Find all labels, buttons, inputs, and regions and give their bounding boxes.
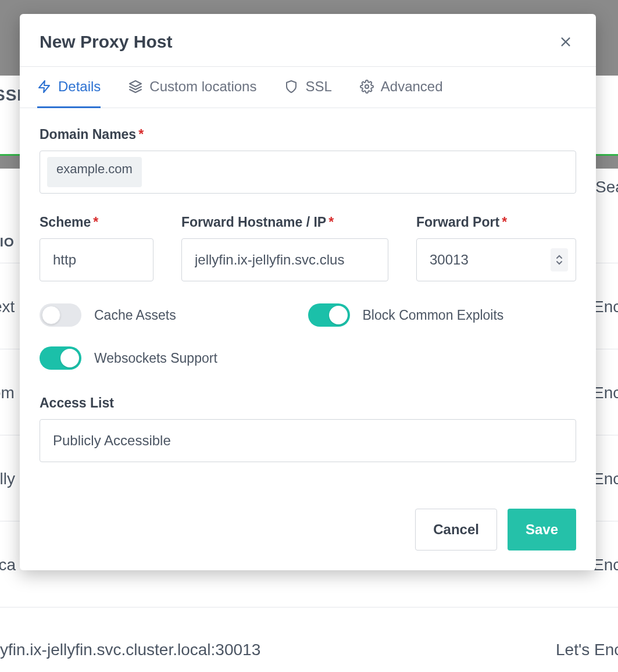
close-icon xyxy=(559,35,572,48)
bg-fragment: Enc xyxy=(593,470,618,488)
forward-hostname-label: Forward Hostname / IP* xyxy=(181,215,388,230)
cancel-button[interactable]: Cancel xyxy=(415,509,497,551)
bg-fragment: om xyxy=(0,384,15,402)
modal-body: Domain Names* example.com Scheme* Forwar… xyxy=(20,108,596,468)
websockets-label: Websockets Support xyxy=(94,351,217,366)
close-button[interactable] xyxy=(555,31,576,52)
tab-ssl-label: SSL xyxy=(305,78,331,95)
tab-custom-locations[interactable]: Custom locations xyxy=(128,67,256,108)
bg-fragment: ATIO xyxy=(0,235,15,250)
lightning-icon xyxy=(37,80,51,94)
scheme-field: Scheme* xyxy=(40,215,153,281)
block-exploits-label: Block Common Exploits xyxy=(363,308,504,323)
bg-fragment: Enc xyxy=(593,298,618,316)
tab-details[interactable]: Details xyxy=(37,67,101,108)
bg-fragment: ext xyxy=(0,298,15,316)
required-asterisk: * xyxy=(502,215,507,230)
cache-assets-label: Cache Assets xyxy=(94,308,176,323)
forward-hostname-input[interactable] xyxy=(181,238,388,281)
access-list-select[interactable] xyxy=(40,419,576,462)
domain-names-input[interactable]: example.com xyxy=(40,151,576,194)
modal-tabs: Details Custom locations SSL Advanced xyxy=(20,66,596,108)
bg-fragment: Let's Enc xyxy=(556,641,618,659)
new-proxy-host-modal: New Proxy Host Details Custom locations … xyxy=(20,14,596,570)
shield-icon xyxy=(284,80,298,94)
scheme-label: Scheme* xyxy=(40,215,153,230)
modal-footer: Cancel Save xyxy=(20,496,596,570)
domain-names-label: Domain Names* xyxy=(40,127,576,142)
domain-tag[interactable]: example.com xyxy=(47,157,142,187)
cache-assets-toggle[interactable] xyxy=(40,303,81,327)
svg-marker-2 xyxy=(39,81,49,92)
websockets-toggle[interactable] xyxy=(40,346,81,370)
block-exploits-toggle[interactable] xyxy=(308,303,350,327)
chevron-down-icon xyxy=(556,260,563,265)
tab-ssl[interactable]: SSL xyxy=(284,67,331,108)
websockets-toggle-row: Websockets Support xyxy=(40,346,308,370)
svg-marker-3 xyxy=(130,81,141,87)
access-list-label: Access List xyxy=(40,395,576,411)
save-button[interactable]: Save xyxy=(508,509,576,551)
access-list-field: Access List xyxy=(40,395,576,462)
forward-hostname-field: Forward Hostname / IP* xyxy=(181,215,388,281)
required-asterisk: * xyxy=(138,127,144,142)
bg-fragment: Enc xyxy=(593,384,618,402)
chevron-up-icon xyxy=(556,255,563,259)
required-asterisk: * xyxy=(328,215,334,230)
bg-fragment: elly xyxy=(0,470,15,488)
tab-advanced-label: Advanced xyxy=(381,78,443,95)
block-exploits-toggle-row: Block Common Exploits xyxy=(308,303,577,327)
forward-port-field: Forward Port* xyxy=(416,215,576,281)
required-asterisk: * xyxy=(93,215,98,230)
gear-icon xyxy=(360,80,374,94)
modal-title: New Proxy Host xyxy=(40,32,172,52)
scheme-select[interactable] xyxy=(40,238,153,281)
domain-names-field: Domain Names* example.com xyxy=(40,127,576,194)
cache-assets-toggle-row: Cache Assets xyxy=(40,303,308,327)
svg-point-4 xyxy=(365,85,369,88)
layers-icon xyxy=(128,80,142,94)
tab-details-label: Details xyxy=(58,78,101,95)
modal-header: New Proxy Host xyxy=(20,14,596,66)
bg-fragment: ellyfin.ix-jellyfin.svc.cluster.local:30… xyxy=(0,641,260,659)
bg-fragment: Sea xyxy=(595,178,618,196)
port-stepper[interactable] xyxy=(551,248,568,271)
tab-custom-locations-label: Custom locations xyxy=(149,78,256,95)
bg-fragment: oca xyxy=(0,556,16,574)
bg-fragment: Enc xyxy=(593,556,618,574)
forward-port-label: Forward Port* xyxy=(416,215,576,230)
tab-advanced[interactable]: Advanced xyxy=(360,67,443,108)
